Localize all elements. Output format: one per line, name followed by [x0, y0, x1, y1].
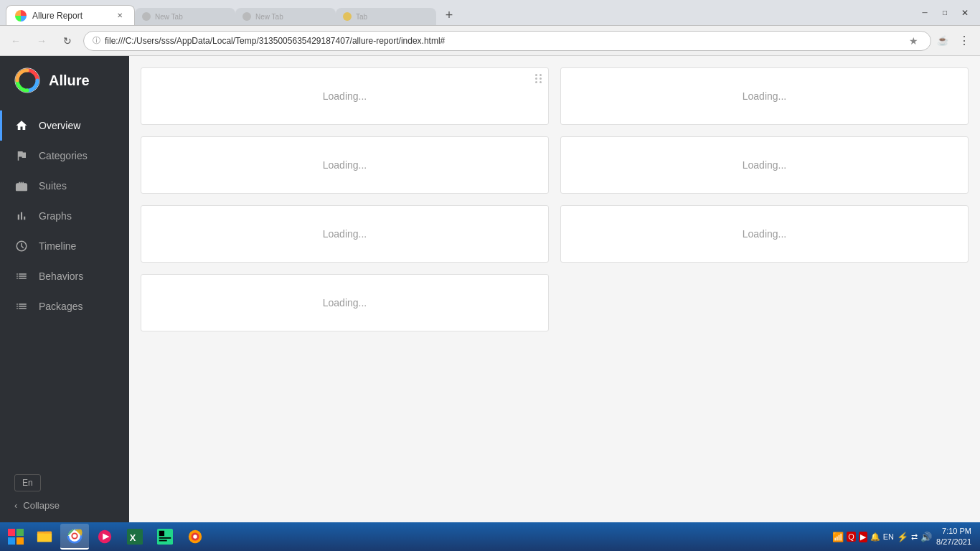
background-tab-2[interactable]: New Tab: [235, 8, 336, 25]
minimize-button[interactable]: ─: [915, 6, 934, 20]
sidebar-item-graphs[interactable]: Graphs: [0, 201, 129, 231]
overview-label: Overview: [39, 120, 80, 131]
svg-point-21: [193, 534, 197, 539]
allure-logo-icon: [14, 67, 40, 93]
svg-rect-3: [8, 529, 15, 536]
refresh-button[interactable]: ↻: [57, 31, 77, 51]
sidebar-item-packages[interactable]: Packages: [0, 291, 129, 321]
taskbar-pycharm[interactable]: [151, 524, 179, 550]
background-tab-3[interactable]: Tab: [336, 8, 436, 25]
widget-4: Loading...: [560, 136, 969, 194]
menu-button[interactable]: ⋮: [954, 31, 974, 51]
sidebar-item-overview[interactable]: Overview: [0, 110, 129, 141]
drag-handle-1[interactable]: [535, 74, 542, 83]
loading-text-2: Loading...: [743, 90, 787, 102]
loading-text-4: Loading...: [743, 159, 787, 171]
sidebar-bottom: En ‹ Collapse: [0, 463, 129, 522]
excel-icon: X: [126, 528, 143, 545]
sidebar-item-categories[interactable]: Categories: [0, 141, 129, 171]
taskbar-chrome[interactable]: [60, 524, 89, 550]
media-player-icon: [96, 528, 113, 545]
maximize-button[interactable]: □: [936, 6, 954, 20]
graphs-label: Graphs: [39, 210, 72, 222]
loading-text-7: Loading...: [323, 297, 367, 309]
close-button[interactable]: ✕: [956, 6, 974, 20]
clock[interactable]: 7:10 PM 8/27/2021: [936, 526, 971, 548]
language-button[interactable]: En: [14, 474, 41, 491]
packages-label: Packages: [39, 301, 83, 312]
active-tab[interactable]: Allure Report ✕: [6, 5, 135, 25]
qr-tray-icon: Q: [847, 532, 856, 542]
volume-icon: 🔊: [920, 532, 932, 542]
svg-rect-4: [17, 529, 24, 536]
bg-tab-favicon-3: [343, 12, 352, 21]
packages-icon: [14, 300, 29, 313]
taskbar-firefox[interactable]: [181, 524, 209, 550]
graphs-icon: [14, 209, 29, 222]
task-tray-icon: ▶: [859, 532, 867, 542]
lock-icon: ⓘ: [93, 35, 100, 46]
notification-icon: 🔔: [870, 532, 880, 542]
loading-text-3: Loading...: [323, 159, 367, 171]
svg-text:X: X: [130, 532, 136, 543]
svg-rect-8: [37, 533, 52, 542]
address-box[interactable]: ⓘ file:///C:/Users/sss/AppData/Local/Tem…: [83, 31, 931, 51]
widget-7: Loading...: [141, 274, 549, 331]
clock-time: 7:10 PM: [936, 526, 971, 537]
background-tab-1[interactable]: New Tab: [135, 8, 235, 25]
chrome-icon: [66, 527, 83, 545]
clock-date: 8/27/2021: [936, 537, 971, 547]
start-button[interactable]: [3, 524, 29, 550]
system-tray: 📶 Q ▶ 🔔 EN ⚡ ⇄ 🔊 7:10 PM 8/27/2021: [826, 526, 977, 548]
widget-1: Loading...: [141, 67, 549, 125]
address-text: file:///C:/Users/sss/AppData/Local/Temp/…: [105, 36, 900, 46]
new-tab-button[interactable]: +: [439, 5, 459, 25]
loading-text-5: Loading...: [323, 228, 367, 240]
windows-logo-icon: [7, 528, 24, 545]
back-button[interactable]: ←: [6, 31, 26, 51]
taskbar: X 📶 Q ▶ 🔔 EN ⚡ ⇄ 🔊 7:10 PM 8/27/2021: [0, 522, 980, 551]
tab-bar: Allure Report ✕ New Tab New Tab Tab +: [6, 0, 915, 25]
svg-rect-18: [159, 540, 167, 542]
behaviors-label: Behaviors: [39, 270, 83, 282]
sync-icon: ⇄: [911, 532, 918, 542]
pycharm-icon: [156, 528, 174, 545]
tray-icons: 📶 Q ▶ 🔔 EN ⚡ ⇄ 🔊: [832, 532, 932, 542]
taskbar-media-player[interactable]: [90, 524, 119, 550]
taskbar-file-explorer[interactable]: [30, 524, 59, 550]
widget-5: Loading...: [141, 205, 549, 263]
bookmark-icon[interactable]: ★: [905, 32, 922, 50]
sidebar-item-behaviors[interactable]: Behaviors: [0, 261, 129, 291]
flag-icon: [14, 149, 29, 162]
shield-icon[interactable]: ☕: [937, 35, 948, 46]
svg-rect-17: [159, 537, 171, 539]
collapse-button[interactable]: ‹ Collapse: [14, 500, 115, 511]
language-tray-icon: EN: [883, 532, 894, 541]
loading-text-6: Loading...: [743, 228, 787, 240]
tab-favicon: [15, 10, 27, 22]
tab-close-button[interactable]: ✕: [114, 10, 126, 22]
firefox-icon: [187, 528, 204, 545]
app-layout: Allure Overview Categories: [0, 56, 980, 522]
window-controls: ─ □ ✕: [915, 6, 974, 20]
sidebar-item-suites[interactable]: Suites: [0, 171, 129, 201]
taskbar-excel[interactable]: X: [121, 524, 149, 550]
sidebar: Allure Overview Categories: [0, 56, 129, 522]
widget-6: Loading...: [560, 205, 969, 263]
svg-rect-16: [159, 531, 164, 536]
timeline-icon: [14, 240, 29, 253]
suites-icon: [14, 179, 29, 192]
main-content: Loading... Loading... Loading... Loading…: [129, 56, 980, 522]
suites-label: Suites: [39, 180, 67, 192]
home-icon: [14, 119, 29, 132]
svg-rect-5: [8, 537, 15, 545]
widget-3: Loading...: [141, 136, 549, 194]
sidebar-item-timeline[interactable]: Timeline: [0, 231, 129, 261]
address-bar-row: ← → ↻ ⓘ file:///C:/Users/sss/AppData/Loc…: [0, 26, 980, 56]
forward-button[interactable]: →: [32, 31, 52, 51]
sidebar-logo: Allure: [0, 56, 129, 105]
svg-rect-6: [17, 537, 24, 545]
collapse-label: Collapse: [23, 500, 60, 511]
file-explorer-icon: [36, 528, 53, 545]
svg-point-10: [72, 533, 77, 538]
